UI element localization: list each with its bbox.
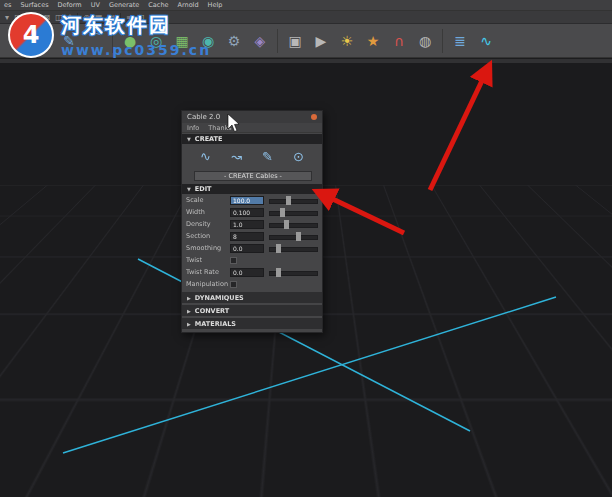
site-logo-icon: 4 bbox=[8, 12, 54, 58]
gear-icon[interactable]: ⚙ bbox=[223, 30, 245, 52]
cable-pin-icon[interactable]: ⊙ bbox=[293, 149, 304, 164]
smoothing-slider[interactable] bbox=[269, 244, 318, 253]
sun-light-icon[interactable]: ★ bbox=[362, 30, 384, 52]
menu-surfaces[interactable]: Surfaces bbox=[20, 1, 48, 9]
section-create[interactable]: ▼ CREATE bbox=[182, 134, 322, 144]
create-cables-button[interactable]: - CREATE Cables - bbox=[194, 171, 312, 181]
panel-title-bar[interactable]: Cable 2.0 bbox=[182, 111, 322, 123]
collapse-arrow-icon: ▼ bbox=[187, 136, 191, 142]
width-row: Width 0.100 bbox=[182, 206, 322, 218]
cable-plugin-icon[interactable]: ∿ bbox=[475, 30, 497, 52]
twist-label: Twist bbox=[186, 256, 230, 264]
menu-info[interactable]: Info bbox=[187, 124, 199, 132]
collapse-arrow-icon: ▼ bbox=[187, 186, 191, 192]
smoothing-label: Smoothing bbox=[186, 244, 230, 252]
divider bbox=[277, 29, 278, 53]
menu-help[interactable]: Help bbox=[208, 1, 223, 9]
scale-slider[interactable] bbox=[269, 196, 318, 205]
section-edit-label: EDIT bbox=[195, 185, 212, 193]
twist-rate-label: Twist Rate bbox=[186, 268, 230, 276]
close-icon[interactable] bbox=[311, 114, 317, 120]
slider-panel-icon[interactable]: ≣ bbox=[449, 30, 471, 52]
watermark: 4 河东软件园 www.pc0359.cn bbox=[8, 12, 211, 58]
section-create-label: CREATE bbox=[195, 135, 223, 143]
menu-arnold[interactable]: Arnold bbox=[178, 1, 199, 9]
scale-label: Scale bbox=[186, 196, 230, 204]
magnet-icon[interactable]: ∩ bbox=[388, 30, 410, 52]
scale-row: Scale 100.0 bbox=[182, 194, 322, 206]
section-materials-label: MATERIALS bbox=[195, 320, 236, 328]
density-slider[interactable] bbox=[269, 220, 318, 229]
cable-panel: Cable 2.0 Info Thanks ▼ CREATE ∿ ↝ ✎ ⊙ -… bbox=[181, 110, 323, 333]
menu-cache[interactable]: Cache bbox=[148, 1, 168, 9]
density-row: Density 1.0 bbox=[182, 218, 322, 230]
section-input[interactable]: 8 bbox=[230, 232, 264, 241]
playblast-icon[interactable]: ▶ bbox=[310, 30, 332, 52]
section-row: Section 8 bbox=[182, 230, 322, 242]
manipulation-checkbox[interactable] bbox=[230, 281, 237, 288]
point-light-icon[interactable]: ☀ bbox=[336, 30, 358, 52]
divider bbox=[442, 29, 443, 53]
section-dynamiques-label: DYNAMIQUES bbox=[195, 294, 244, 302]
camera-icon[interactable]: ▣ bbox=[284, 30, 306, 52]
twist-rate-row: Twist Rate 0.0 bbox=[182, 266, 322, 278]
menu-deform[interactable]: Deform bbox=[58, 1, 82, 9]
menu-uv[interactable]: UV bbox=[91, 1, 100, 9]
menu-curves[interactable]: es bbox=[4, 1, 11, 9]
section-convert[interactable]: ▶ CONVERT bbox=[182, 305, 322, 316]
twist-rate-slider[interactable] bbox=[269, 268, 318, 277]
cable-spline-icon[interactable]: ↝ bbox=[231, 149, 242, 164]
width-input[interactable]: 0.100 bbox=[230, 208, 264, 217]
maya-window: es Surfaces Deform UV Generate Cache Arn… bbox=[0, 0, 612, 497]
width-slider[interactable] bbox=[269, 208, 318, 217]
expand-arrow-icon: ▶ bbox=[187, 295, 191, 301]
section-label: Section bbox=[186, 232, 230, 240]
manipulation-row: Manipulation bbox=[182, 278, 322, 290]
twist-rate-input[interactable]: 0.0 bbox=[230, 268, 264, 277]
scale-input[interactable]: 100.0 bbox=[230, 196, 264, 205]
width-label: Width bbox=[186, 208, 230, 216]
smoothing-input[interactable]: 0.0 bbox=[230, 244, 264, 253]
section-convert-label: CONVERT bbox=[195, 307, 229, 315]
section-slider[interactable] bbox=[269, 232, 318, 241]
site-url: www.pc0359.cn bbox=[61, 42, 211, 58]
expand-arrow-icon: ▶ bbox=[187, 308, 191, 314]
prism-icon[interactable]: ◈ bbox=[249, 30, 271, 52]
section-materials[interactable]: ▶ MATERIALS bbox=[182, 318, 322, 329]
manipulation-label: Manipulation bbox=[186, 280, 230, 288]
menu-generate[interactable]: Generate bbox=[109, 1, 139, 9]
cable-from-curve-icon[interactable]: ∿ bbox=[200, 149, 211, 164]
menu-thanks[interactable]: Thanks bbox=[208, 124, 231, 132]
panel-title: Cable 2.0 bbox=[187, 113, 220, 121]
expand-arrow-icon: ▶ bbox=[187, 321, 191, 327]
density-input[interactable]: 1.0 bbox=[230, 220, 264, 229]
twist-checkbox[interactable] bbox=[230, 257, 237, 264]
twist-row: Twist bbox=[182, 254, 322, 266]
smoothing-row: Smoothing 0.0 bbox=[182, 242, 322, 254]
create-tools: ∿ ↝ ✎ ⊙ bbox=[182, 144, 322, 169]
snap-sphere-icon[interactable]: ◍ bbox=[414, 30, 436, 52]
panel-menu-bar: Info Thanks bbox=[182, 123, 322, 133]
section-dynamiques[interactable]: ▶ DYNAMIQUES bbox=[182, 292, 322, 303]
cable-draw-icon[interactable]: ✎ bbox=[262, 149, 273, 164]
density-label: Density bbox=[186, 220, 230, 228]
menu-bar: es Surfaces Deform UV Generate Cache Arn… bbox=[0, 0, 612, 11]
section-edit[interactable]: ▼ EDIT bbox=[182, 184, 322, 194]
site-name: 河东软件园 bbox=[61, 12, 211, 39]
